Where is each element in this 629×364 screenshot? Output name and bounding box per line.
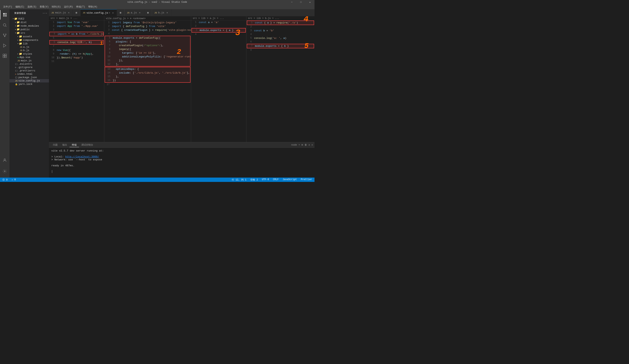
git-icon: ⊙ <box>15 66 16 69</box>
tree-lib[interactable]: ▾ 📁 lib <box>9 42 49 45</box>
localhost-link[interactable]: http://localhost:3000/ <box>65 155 99 158</box>
status-language[interactable]: JavaScript <box>282 178 298 182</box>
tree-public[interactable]: ▸ 📁 public <box>9 28 49 31</box>
close-button[interactable]: ✕ <box>306 0 314 4</box>
breadcrumb-text: src > lib > b.js > ... <box>248 17 279 20</box>
status-spaces[interactable]: 空格 2 <box>250 178 259 182</box>
sidebar-more[interactable]: ··· <box>42 12 47 15</box>
menu-select[interactable]: 选择(S) <box>26 5 38 9</box>
tree-root[interactable]: ▾ 📁 VUE2 <box>9 17 49 20</box>
terminal-chevron-up[interactable]: ∧ <box>309 143 310 146</box>
status-errors[interactable]: ⓪ 0 <box>1 178 8 182</box>
status-encoding[interactable]: UTF-8 <box>261 178 270 182</box>
tab-mainjs[interactable]: JS main.js ✕ <box>49 9 73 16</box>
tab-viteconfigjs-close[interactable]: ✕ <box>112 11 114 15</box>
js-icon: JS <box>15 80 17 82</box>
tree-styles-label: styles <box>23 52 32 55</box>
chevron-down-icon: ▾ <box>15 32 16 34</box>
menu-goto[interactable]: 转到(G) <box>50 5 62 9</box>
editor-split2[interactable]: ⊞ <box>117 9 124 16</box>
editor-content-viteconfigjs[interactable]: 1 import legacy from '@vitejs/plugin-leg… <box>104 21 191 142</box>
status-eol[interactable]: CRLF <box>272 178 280 182</box>
tab-viteconfigjs[interactable]: JS vite.config.js ⊙ ✕ <box>80 9 117 16</box>
menu-view[interactable]: 查看(V) <box>38 5 50 9</box>
tab-output[interactable]: 输出 <box>60 143 69 147</box>
activity-settings[interactable] <box>0 166 9 176</box>
editor-content-bjs[interactable]: 1 const { a } = require('./a') 2 3 const… <box>246 20 314 142</box>
terminal-content[interactable]: vite v2.5.7 dev server running at: > Loc… <box>49 148 314 178</box>
tab-debug[interactable]: 调试控制台 <box>79 143 96 147</box>
code-line-10: 10 }).$mount('#app') <box>49 56 104 60</box>
tab-ajs[interactable]: JS a.js ✕ <box>125 9 144 16</box>
folder-icon: 📁 <box>19 38 22 42</box>
code-line-9: 9 render: (h) => h(App), <box>49 52 104 56</box>
terminal-add-btn[interactable]: + <box>299 144 300 146</box>
activity-extensions[interactable] <box>0 51 9 61</box>
tree-viteconfigjs[interactable]: JS vite.config.js <box>9 79 49 83</box>
menu-file[interactable]: 文件(F) <box>1 5 14 9</box>
js-file-icon: JS <box>51 12 54 14</box>
tree-yarnlock[interactable]: 🔒 yarn.lock <box>9 83 49 86</box>
tab-terminal[interactable]: 终端 <box>69 143 79 147</box>
status-bar: ⓪ 0 ⚠ 0 行 12, 列 1 空格 2 UTF-8 CRLF JavaSc… <box>0 178 314 182</box>
tab-ajs-close[interactable]: ✕ <box>138 11 141 14</box>
svg-rect-10 <box>3 56 4 58</box>
terminal-trash-btn[interactable]: 🗑 <box>305 143 307 146</box>
activity-explorer[interactable] <box>0 10 9 19</box>
tree-assets[interactable]: ▸ 📁 assets <box>9 35 49 38</box>
svg-point-13 <box>4 171 5 172</box>
tree-styles[interactable]: ▸ 📁 styles <box>9 52 49 56</box>
folder-icon: 📁 <box>19 52 22 55</box>
tree-src[interactable]: ▾ 📁 src <box>9 31 49 35</box>
menu-terminal[interactable]: 终端(T) <box>75 5 87 9</box>
tree-mainjs[interactable]: JS main.js <box>9 59 49 62</box>
tree-components[interactable]: ▸ 📁 components <box>9 38 49 42</box>
vc-line-10: 10 additionalLegacyPolyfills: ['regenera… <box>105 55 190 59</box>
minimize-button[interactable]: ─ <box>287 0 296 4</box>
bjs-line-7: 7 module.exports = { b } <box>247 44 314 48</box>
folder-icon: 📁 <box>16 21 20 24</box>
tree-dist[interactable]: ▸ 📁 dist <box>9 20 49 24</box>
status-position[interactable]: 行 12, 列 1 <box>231 178 247 182</box>
tree-ajs[interactable]: JS a.js <box>9 45 49 49</box>
activity-account[interactable] <box>0 155 9 165</box>
activity-search[interactable] <box>0 20 9 30</box>
editor-content-ajs[interactable]: 1 const a = 'a' 2 3 module.exports = { a… <box>191 20 246 142</box>
tree-bjs[interactable]: JS b.js <box>9 49 49 52</box>
code-line-3: 3 <box>49 28 104 32</box>
tab-mainjs-close[interactable]: ✕ <box>68 11 70 14</box>
menu-edit[interactable]: 编辑(E) <box>14 5 26 9</box>
editor-split3[interactable]: ⊞ <box>144 9 152 16</box>
tree-assets-label: assets <box>23 35 32 38</box>
tree-dist-label: dist <box>20 21 27 24</box>
tree-prettierrc[interactable]: () .prettierrc <box>9 69 49 72</box>
editor-content-mainjs[interactable]: 1 1 import Vue from 'vue' 2 import App f… <box>49 20 104 142</box>
tree-eslintrc[interactable]: () .eslintrc <box>9 62 49 66</box>
tree-indexhtml-label: index.html <box>17 73 33 76</box>
maximize-button[interactable]: □ <box>296 0 306 4</box>
terminal-split-btn[interactable]: ⊞ <box>302 143 303 146</box>
svg-point-1 <box>3 24 6 26</box>
tree-node-modules[interactable]: ▸ 📁 node_modules <box>9 24 49 28</box>
html-icon: ◇ <box>15 73 16 75</box>
menu-help[interactable]: 帮助(H) <box>87 5 99 9</box>
editor-split[interactable]: ⊞ <box>73 9 80 16</box>
tree-gitignore[interactable]: ⊙ .gitignore <box>9 66 49 69</box>
status-warnings[interactable]: ⚠ 0 <box>11 178 16 182</box>
tab-bjs[interactable]: JS b.js ✕ <box>152 9 172 16</box>
tab-bjs-close[interactable]: ✕ <box>166 11 168 14</box>
js-icon: JS <box>20 46 22 48</box>
menu-bar: 文件(F) 编辑(E) 选择(S) 查看(V) 转到(G) 运行(R) 终端(T… <box>0 4 314 9</box>
terminal-panel: 问题 输出 终端 调试控制台 node + ⊞ 🗑 ∧ ✕ vite v2.5.… <box>49 142 314 178</box>
activity-source-control[interactable] <box>0 31 9 40</box>
breadcrumb-mainjs: src > main.js > ... <box>49 16 104 20</box>
tree-packagejson[interactable]: {} package.json <box>9 76 49 79</box>
tree-indexhtml[interactable]: ◇ index.html <box>9 72 49 76</box>
tab-problems[interactable]: 问题 <box>50 143 60 147</box>
code-line-2: 2 import App from './App.vue' <box>49 24 104 28</box>
menu-run[interactable]: 运行(R) <box>62 5 75 9</box>
status-prettier[interactable]: Prettier <box>300 178 313 182</box>
activity-debug[interactable] <box>0 41 9 50</box>
terminal-close-btn[interactable]: ✕ <box>312 143 313 146</box>
tree-appvue[interactable]: ◈ App.vue <box>9 56 49 59</box>
